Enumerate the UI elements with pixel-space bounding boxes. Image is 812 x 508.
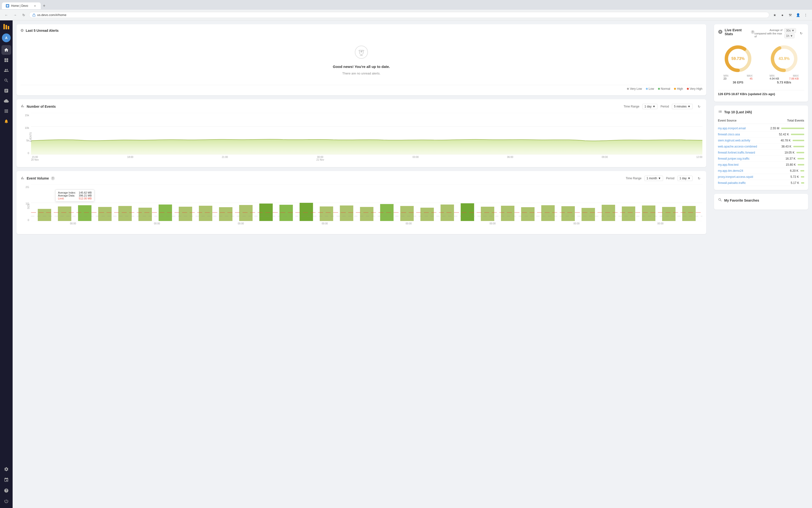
events-y-tick-15k: 15k	[25, 114, 29, 117]
top10-bar-5	[798, 158, 804, 159]
events-period-select[interactable]: 5 minutes ▼	[672, 104, 693, 109]
volume-time-range-select[interactable]: 1 month ▼	[644, 176, 663, 181]
svg-rect-21	[179, 207, 192, 221]
svg-rect-2	[3, 24, 5, 29]
top10-source-8[interactable]: proxy.ironport.access.squid	[718, 175, 775, 178]
svg-rect-37	[501, 206, 514, 221]
alerts-card: ⚙ Last 5 Unread Alerts G	[16, 24, 706, 95]
active-tab[interactable]: Home | Devo ✕	[2, 2, 41, 9]
top10-source-6[interactable]: my.app.flow.test	[718, 163, 775, 166]
volume-period-select[interactable]: 1 day ▼	[677, 176, 693, 181]
sidebar-item-git[interactable]	[1, 475, 11, 485]
svg-rect-43	[622, 206, 635, 221]
top10-source-3[interactable]: web.apache.access-combined	[718, 145, 775, 148]
sidebar-item-search[interactable]	[1, 76, 11, 85]
svg-rect-32	[400, 206, 413, 221]
events-chart-area: 15k 10k 5k 0 EVENTS	[20, 113, 703, 161]
kbs-max-value: 7.88 KB	[789, 77, 799, 80]
kbs-donut-wrapper: 43.9%	[770, 44, 799, 73]
right-panel: Live Event Stats ? Average of compared w…	[710, 20, 812, 508]
tab-close-button[interactable]: ✕	[33, 4, 37, 8]
top10-col-source: Event Source	[718, 119, 736, 122]
svg-rect-36	[481, 207, 494, 221]
top10-source-1[interactable]: firewall.cisco.asa	[718, 133, 775, 136]
top10-source-7[interactable]: my.app.tim.demo24	[718, 169, 775, 172]
event-volume-info-icon[interactable]: ?	[51, 176, 55, 180]
top10-source-0[interactable]: my.app.ironport.email	[718, 127, 770, 130]
top10-source-4[interactable]: firewall.fortinet.traffic.forward	[718, 151, 775, 154]
top10-events-7: 6.20 K	[775, 169, 804, 172]
svg-rect-30	[360, 207, 373, 221]
main-content: ⚙ Last 5 Unread Alerts G	[13, 20, 812, 508]
eps-min-section: MIN 23	[723, 74, 728, 80]
top10-table: Event Source Total Events my.app.ironpor…	[718, 117, 804, 186]
events-time-range-select[interactable]: 1 day ▼	[642, 104, 658, 109]
eps-info-text: 126 EPS·18.87 KB/s (updated 22s ago)	[718, 92, 775, 96]
sidebar-item-settings[interactable]	[1, 464, 11, 474]
legend-very-low: Very Low	[627, 87, 642, 90]
reload-button[interactable]: ↻	[20, 12, 27, 18]
sidebar-item-home[interactable]	[1, 45, 11, 55]
menu-button[interactable]: ⋮	[802, 12, 809, 18]
events-card-icon	[20, 104, 25, 109]
live-stats-info-icon[interactable]: ?	[751, 30, 755, 34]
legend-dot-low	[646, 88, 648, 90]
top10-source-5[interactable]: firewall.juniper.ssg.traffic	[718, 157, 775, 160]
sidebar-item-help[interactable]	[1, 486, 11, 495]
url-input[interactable]: us.devo.com/#/home	[29, 12, 769, 18]
sidebar-item-analytics[interactable]	[1, 66, 11, 75]
favorites-icon	[718, 198, 722, 203]
sidebar-item-dashboard[interactable]	[1, 55, 11, 65]
browser-actions: ★ ● ⚒ 👤 ⋮	[771, 12, 809, 18]
event-volume-title: Event Volume	[27, 176, 49, 180]
new-tab-button[interactable]: +	[41, 2, 48, 9]
events-period-label: Period	[661, 105, 669, 108]
sidebar-item-power[interactable]	[1, 496, 11, 506]
top10-source-9[interactable]: firewall.paloalto.traffic	[718, 181, 775, 184]
live-stats-icon	[718, 29, 723, 35]
svg-rect-16	[78, 205, 91, 221]
svg-rect-39	[541, 205, 555, 221]
profile-button[interactable]: ●	[779, 12, 786, 18]
sidebar-item-apps[interactable]	[1, 106, 11, 116]
live-stats-avg-select[interactable]: 30s ▼	[784, 28, 796, 33]
sidebar-item-reports[interactable]	[1, 86, 11, 95]
top10-bar-1	[791, 134, 804, 135]
kbs-min-value: 4.04 KB	[770, 77, 779, 80]
sidebar-item-alerts[interactable]	[1, 117, 11, 126]
alerts-empty-subtitle: There are no unread alerts.	[342, 72, 380, 75]
account-button[interactable]: 👤	[795, 12, 801, 18]
event-volume-controls: Time Range 1 month ▼ Period 1 day ▼	[626, 175, 703, 182]
kbs-max-label: MAX	[789, 74, 799, 77]
top10-source-2[interactable]: siem.logtrust.web.activity	[718, 139, 775, 142]
live-stats-compared-select[interactable]: 1h ▼	[784, 34, 795, 38]
volume-period-label: Period	[666, 177, 674, 180]
live-stats-refresh-button[interactable]: ↻	[798, 30, 804, 37]
center-panel: ⚙ Last 5 Unread Alerts G	[13, 20, 710, 508]
event-volume-refresh-button[interactable]: ↻	[695, 175, 703, 182]
alerts-empty-state: Good news! You're all up to date. There …	[20, 36, 703, 85]
events-y-tick-5k: 5k	[26, 139, 29, 142]
eps-donut-wrapper: 59.73%	[723, 44, 753, 73]
events-refresh-button[interactable]: ↻	[695, 103, 703, 110]
svg-rect-22	[199, 206, 212, 221]
svg-rect-15	[58, 206, 71, 221]
legend-dot-very-low	[627, 88, 629, 90]
event-volume-chart-svg	[31, 184, 703, 221]
kbs-donut-value: 43.9%	[778, 56, 790, 61]
legend-low: Low	[646, 87, 654, 90]
sidebar-item-cloud[interactable]	[1, 96, 11, 106]
donuts-section: 59.73% MIN 23 MAX 45	[718, 40, 804, 88]
forward-button[interactable]: →	[12, 12, 18, 18]
top10-events-3: 38.43 K	[775, 145, 804, 148]
legend-label-normal: Normal	[661, 87, 670, 90]
events-x-label-7: 12:00	[696, 156, 703, 161]
back-button[interactable]: ←	[3, 12, 10, 18]
extensions-button[interactable]: ⚒	[787, 12, 794, 18]
table-row: web.apache.access-combined 38.43 K	[718, 143, 804, 150]
bookmark-button[interactable]: ★	[771, 12, 778, 18]
alerts-card-icon: ⚙	[20, 28, 24, 33]
events-x-label-1: 18:00	[127, 156, 133, 161]
avatar[interactable]: A	[2, 34, 11, 42]
svg-rect-18	[118, 206, 132, 221]
